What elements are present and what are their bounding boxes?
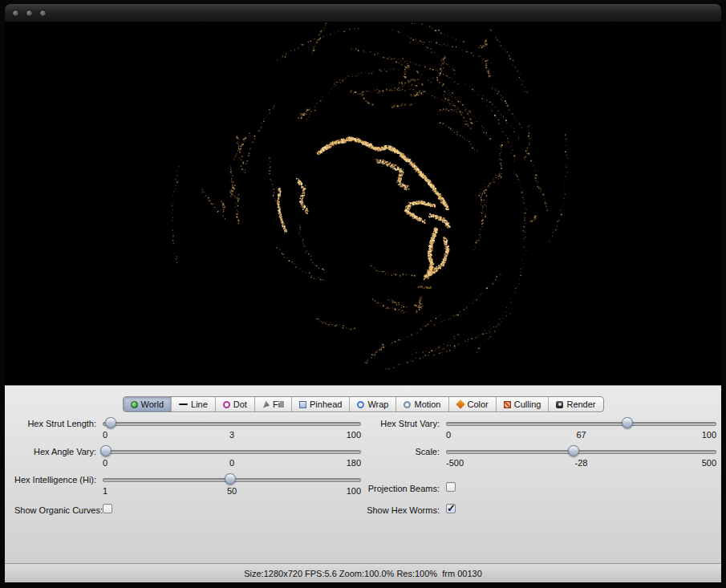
checkbox-show-hex-worms[interactable] xyxy=(446,504,456,513)
slider-max-label: 500 xyxy=(702,458,716,468)
slider-max-label: 100 xyxy=(347,430,361,440)
slider-max-label: 100 xyxy=(347,486,361,496)
tab-world[interactable]: World xyxy=(123,397,172,412)
slider-min-label: 0 xyxy=(103,458,107,468)
slider-label: Hex Strut Vary: xyxy=(366,416,440,444)
tab-label: World xyxy=(140,399,164,409)
slider-scale: 067100 xyxy=(446,430,716,440)
app-window: WorldLineDotFillPinheadWrapMotionColorCu… xyxy=(5,4,721,583)
slider-scale: 03100 xyxy=(103,430,361,440)
tab-label: Fill xyxy=(273,399,284,409)
world-icon xyxy=(130,401,137,408)
controls: Hex Strut Length:03100Hex Angle Vary:001… xyxy=(5,416,721,549)
tab-motion[interactable]: Motion xyxy=(396,397,448,412)
checkbox-label: Show Organic Curves: xyxy=(14,504,96,515)
tab-line[interactable]: Line xyxy=(172,397,216,412)
screen: WorldLineDotFillPinheadWrapMotionColorCu… xyxy=(0,0,726,588)
checkbox-row: Show Hex Worms: xyxy=(366,504,716,525)
fill-icon xyxy=(262,401,270,408)
slider-hex-intelligence-hi[interactable]: 150100 xyxy=(103,472,361,501)
slider-hex-strut-vary[interactable]: 067100 xyxy=(446,416,716,444)
controls-left-column: Hex Strut Length:03100Hex Angle Vary:001… xyxy=(14,416,361,525)
pinhead-icon xyxy=(299,401,306,408)
slider-min-label: 0 xyxy=(446,430,451,440)
slider-track[interactable] xyxy=(103,450,361,454)
globe-visualization[interactable] xyxy=(5,22,721,385)
checkbox-show-organic-curves[interactable] xyxy=(103,504,112,513)
slider-label: Hex Angle Vary: xyxy=(14,444,96,472)
culling-icon xyxy=(504,401,511,408)
slider-thumb[interactable] xyxy=(225,473,236,485)
tab-label: Line xyxy=(191,399,208,409)
checkbox-row: Show Organic Curves: xyxy=(14,504,361,525)
tab-label: Pinhead xyxy=(310,399,342,409)
slider-track[interactable] xyxy=(446,450,716,454)
minimize-button[interactable] xyxy=(26,10,33,17)
render-icon xyxy=(556,401,563,408)
slider-max-label: 180 xyxy=(347,458,361,468)
close-button[interactable] xyxy=(12,10,19,17)
tab-wrap[interactable]: Wrap xyxy=(350,397,396,412)
traffic-lights xyxy=(12,10,47,17)
slider-max-label: 100 xyxy=(702,430,716,440)
status-bar: Size:1280x720 FPS:5.6 Zoom:100.0% Res:10… xyxy=(5,563,721,582)
slider-min-label: 0 xyxy=(103,430,107,440)
slider-row: Hex Intelligence (Hi):150100 xyxy=(14,472,361,501)
slider-thumb[interactable] xyxy=(100,445,112,456)
slider-row: Hex Strut Length:03100 xyxy=(14,416,361,444)
tab-fill[interactable]: Fill xyxy=(255,397,292,412)
checkbox-label: Projection Beams: xyxy=(366,482,440,493)
tab-label: Render xyxy=(566,399,595,409)
slider-hex-strut-length[interactable]: 03100 xyxy=(103,416,361,444)
slider-scale: -500-28500 xyxy=(446,458,716,468)
tab-label: Dot xyxy=(233,399,247,409)
slider-label: Hex Intelligence (Hi): xyxy=(14,472,96,501)
slider-value-label: 0 xyxy=(229,458,234,468)
slider-scale[interactable]: -500-28500 xyxy=(446,444,716,472)
mode-tab-bar: WorldLineDotFillPinheadWrapMotionColorCu… xyxy=(122,396,603,412)
tab-label: Motion xyxy=(414,399,440,409)
slider-min-label: -500 xyxy=(446,458,464,468)
tab-culling[interactable]: Culling xyxy=(497,397,550,412)
tab-label: Wrap xyxy=(367,399,388,409)
tab-label: Color xyxy=(468,399,489,409)
color-icon xyxy=(456,399,464,408)
tab-label: Culling xyxy=(514,399,541,409)
slider-thumb[interactable] xyxy=(568,445,579,456)
tab-color[interactable]: Color xyxy=(449,397,497,412)
slider-min-label: 1 xyxy=(103,486,107,496)
slider-scale: 00180 xyxy=(103,458,361,468)
checkbox-projection-beams[interactable] xyxy=(446,482,456,492)
slider-hex-angle-vary[interactable]: 00180 xyxy=(103,444,361,472)
controls-right-column: Hex Strut Vary:067100Scale:-500-28500Pro… xyxy=(366,416,716,525)
viewport xyxy=(5,22,721,385)
slider-value-label: 67 xyxy=(576,430,586,440)
slider-row: Hex Angle Vary:00180 xyxy=(14,444,361,472)
slider-label: Scale: xyxy=(366,444,440,472)
control-panel: WorldLineDotFillPinheadWrapMotionColorCu… xyxy=(5,385,721,582)
wrap-icon xyxy=(357,401,364,408)
slider-track[interactable] xyxy=(103,422,361,426)
tab-render[interactable]: Render xyxy=(549,397,602,412)
slider-track[interactable] xyxy=(446,422,716,426)
checkbox-label: Show Hex Worms: xyxy=(366,504,440,515)
tab-pinhead[interactable]: Pinhead xyxy=(292,397,350,412)
slider-value-label: -28 xyxy=(575,458,588,468)
slider-row: Scale:-500-28500 xyxy=(366,444,716,472)
title-bar xyxy=(5,4,721,22)
slider-row: Hex Strut Vary:067100 xyxy=(366,416,716,444)
slider-value-label: 3 xyxy=(229,430,234,440)
tab-dot[interactable]: Dot xyxy=(216,397,255,412)
motion-icon xyxy=(404,401,411,408)
slider-value-label: 50 xyxy=(227,486,237,496)
slider-thumb[interactable] xyxy=(105,417,116,428)
dot-icon xyxy=(223,401,230,408)
status-text: Size:1280x720 FPS:5.6 Zoom:100.0% Res:10… xyxy=(244,569,482,578)
zoom-button[interactable] xyxy=(39,10,47,17)
line-icon xyxy=(179,403,188,405)
slider-label: Hex Strut Length: xyxy=(14,416,96,444)
checkbox-row: Projection Beams: xyxy=(366,482,716,504)
slider-thumb[interactable] xyxy=(622,417,633,428)
slider-scale: 150100 xyxy=(103,486,361,497)
